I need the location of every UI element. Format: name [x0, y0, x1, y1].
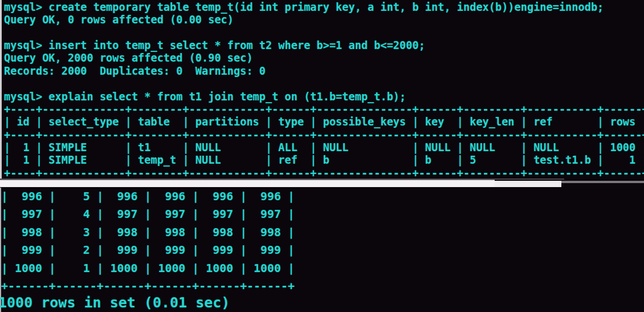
scrollbar-thumb-step[interactable]: [495, 181, 561, 187]
scrollbar-track[interactable]: [561, 181, 644, 183]
rows-in-set-status: 1000 rows in set (0.01 sec): [0, 294, 230, 311]
terminal-screenshot: mysql> create temporary table temp_t(id …: [0, 0, 644, 312]
top-window-left-border: [0, 0, 2, 179]
scrollbar-thumb[interactable]: [0, 180, 495, 187]
query-result-rows: | 996 | 5 | 996 | 996 | 996 | 996 | | 99…: [1, 188, 295, 295]
mysql-session-output: mysql> create temporary table temp_t(id …: [4, 1, 644, 180]
